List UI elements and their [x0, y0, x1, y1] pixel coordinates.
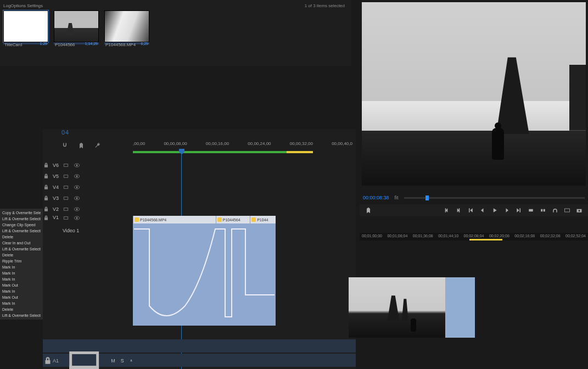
video-track-header[interactable]: V4 — [43, 182, 356, 193]
sequence-timecode[interactable]: 04 — [61, 129, 69, 136]
marker-icon[interactable] — [78, 142, 85, 149]
audio-track-header[interactable]: A1MS — [43, 339, 356, 353]
eye-icon[interactable] — [74, 195, 80, 202]
eye-icon[interactable] — [74, 173, 80, 180]
context-menu-item[interactable]: Mark In — [2, 264, 41, 270]
snap-icon[interactable] — [61, 142, 68, 149]
sync-lock-icon[interactable] — [63, 162, 69, 169]
fx-badge-icon[interactable] — [217, 217, 222, 222]
context-menu-item[interactable]: Clear In and Out — [2, 240, 41, 246]
ruler-tick: 00,00,08,00 — [164, 141, 187, 146]
context-menu-item[interactable]: Lift & Overwrite Selection — [2, 216, 41, 222]
svg-point-8 — [76, 187, 78, 188]
add-marker-icon[interactable] — [365, 207, 372, 214]
sync-lock-icon[interactable] — [63, 184, 69, 191]
lock-icon[interactable] — [43, 195, 49, 202]
ruler-ticks: ,00,0000,00,08,0000,00,16,0000,00,24,000… — [133, 141, 352, 146]
source-filmstrip[interactable] — [349, 277, 475, 338]
context-menu-item[interactable]: Lift & Overwrite Selection — [2, 228, 41, 234]
eye-icon[interactable] — [74, 206, 80, 213]
fx-badge-icon[interactable] — [251, 217, 256, 222]
context-menu-item[interactable]: Mark In — [2, 270, 41, 276]
context-menu-item[interactable]: Mark Out — [2, 294, 41, 300]
sync-lock-icon[interactable] — [63, 173, 69, 180]
go-to-in-icon[interactable] — [467, 207, 474, 214]
svg-point-27 — [579, 210, 580, 211]
context-menu-item[interactable]: Mark In — [2, 276, 41, 282]
sync-lock-icon[interactable] — [63, 195, 69, 202]
marker-ruler[interactable]: 00;01;00;0000;01;08;0400;01;36;0800;01;4… — [360, 233, 588, 241]
mark-in-icon[interactable] — [443, 207, 450, 214]
context-menu-item[interactable]: Delete — [2, 252, 41, 258]
ruler-tick: 00;02;32;08 — [540, 234, 561, 238]
fx-badge-icon[interactable] — [135, 217, 139, 222]
timeline-header: 04 — [61, 129, 69, 136]
context-menu-item[interactable]: Copy & Overwrite Selection — [2, 210, 41, 216]
context-menu-item[interactable]: Change Clip Speed — [2, 222, 41, 228]
svg-point-14 — [76, 209, 78, 210]
fit-label[interactable]: fit — [395, 195, 399, 200]
go-to-out-icon[interactable] — [516, 207, 522, 214]
context-menu-item[interactable]: Delete — [2, 234, 41, 240]
sync-lock-icon[interactable] — [63, 354, 105, 369]
step-back-icon[interactable] — [479, 207, 486, 214]
video-track-header[interactable]: V3 — [43, 193, 356, 204]
context-menu-item[interactable]: Lift & Overwrite Selection — [2, 246, 41, 252]
extract-icon[interactable] — [540, 207, 546, 214]
lock-icon[interactable] — [43, 173, 49, 180]
timeline-clip[interactable]: P1044568.MP4 — [133, 216, 216, 223]
lock-icon[interactable] — [43, 162, 49, 169]
lock-icon[interactable] — [43, 215, 49, 221]
panel-tab-label[interactable]: LogOptions Settings — [3, 3, 348, 8]
playhead-knob-icon[interactable] — [179, 149, 184, 154]
play-icon[interactable] — [491, 207, 498, 214]
svg-rect-12 — [64, 208, 68, 211]
scrubber-handle[interactable] — [425, 195, 429, 200]
project-clip[interactable]: TitleCard1:29 — [3, 10, 48, 44]
preview-viewport[interactable] — [362, 2, 586, 186]
audio-track-header[interactable]: A2MS — [43, 354, 356, 367]
lock-icon[interactable] — [43, 184, 49, 191]
context-menu-item[interactable]: Mark Out — [2, 282, 41, 288]
video-track-header[interactable]: V6 — [43, 160, 356, 171]
eye-icon[interactable] — [74, 184, 80, 191]
ruler-tick: 00,00,40,0 — [332, 141, 352, 146]
lock-icon[interactable] — [43, 356, 53, 366]
settings-icon[interactable] — [564, 207, 570, 214]
sync-lock-icon[interactable] — [63, 215, 69, 221]
context-menu-item[interactable]: Delete — [2, 306, 41, 312]
timeline-clip[interactable]: P1044564 — [216, 216, 250, 223]
project-clip[interactable]: P10445661;14;29 — [54, 10, 99, 44]
sync-lock-icon[interactable] — [63, 206, 69, 213]
context-menu-item[interactable]: Ripple Trim — [2, 258, 41, 264]
person-figure — [492, 128, 504, 160]
clip-name: P1044568.MP4 — [140, 218, 166, 222]
video-track-header[interactable]: V2 — [43, 204, 356, 215]
svg-rect-3 — [64, 175, 68, 178]
lift-icon[interactable] — [528, 207, 534, 214]
eye-icon[interactable] — [74, 215, 80, 221]
project-clip[interactable]: P1044568.MP46;29 — [104, 10, 149, 44]
clip-name: P1044564 — [223, 218, 240, 222]
timeline-clip[interactable]: P1044 — [250, 216, 276, 223]
wrench-icon[interactable] — [94, 142, 101, 149]
program-scrubber[interactable] — [404, 197, 585, 199]
context-menu-item[interactable]: Mark In — [2, 300, 41, 306]
context-menu-item[interactable]: Mark In — [2, 288, 41, 294]
program-timecode[interactable]: 00:00:08:38 — [363, 195, 389, 200]
context-menu-item[interactable]: Lift & Overwrite Selection — [2, 312, 41, 318]
headphones-icon[interactable] — [552, 207, 558, 214]
camera-icon[interactable] — [576, 207, 583, 214]
time-ruler[interactable]: ,00,0000,00,08,0000,00,16,0000,00,24,000… — [133, 141, 352, 158]
v1-clip-lane[interactable]: P1044568.MP4P1044564P1044 — [133, 216, 276, 326]
lock-icon[interactable] — [43, 206, 49, 213]
eye-icon[interactable] — [74, 162, 80, 169]
step-forward-icon[interactable] — [503, 207, 510, 214]
in-out-range[interactable] — [469, 239, 502, 241]
transport-controls — [360, 204, 588, 216]
unrendered-segment — [287, 151, 313, 153]
work-area-bar[interactable] — [133, 151, 352, 153]
time-remap-curve[interactable] — [133, 223, 276, 326]
mark-out-icon[interactable] — [455, 207, 462, 214]
video-track-header[interactable]: V5 — [43, 171, 356, 182]
